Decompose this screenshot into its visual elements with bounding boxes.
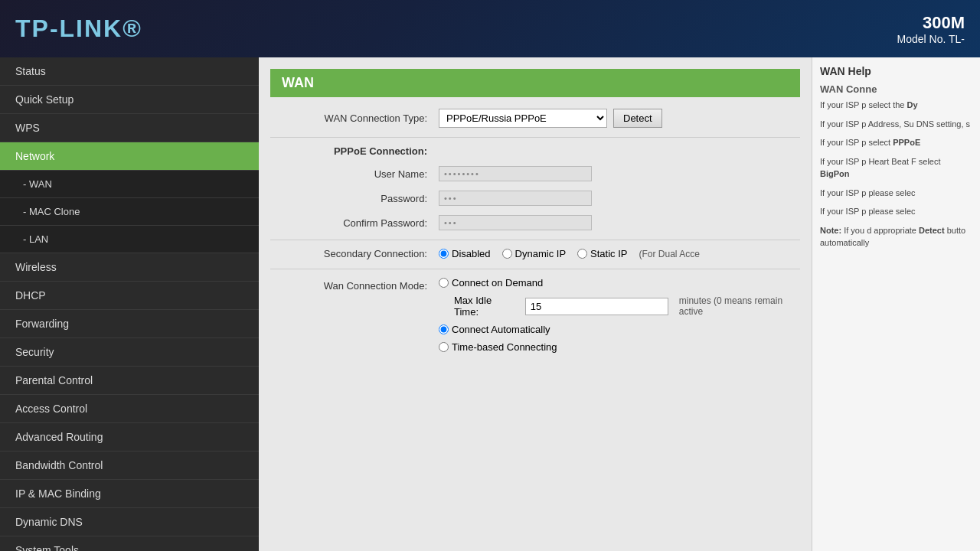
logo: TP-LINK® — [15, 15, 142, 43]
username-label: User Name: — [270, 168, 439, 180]
connect-automatically-label: Connect Automatically — [452, 324, 550, 335]
content-area: WAN WAN Connection Type: PPPoE/Russia PP… — [259, 57, 812, 551]
content-inner: WAN WAN Connection Type: PPPoE/Russia PP… — [259, 57, 812, 373]
secondary-static-radio[interactable] — [577, 249, 587, 259]
sidebar-item-quick-setup[interactable]: Quick Setup — [0, 86, 259, 114]
connect-on-demand-row: Connect on Demand — [439, 277, 800, 289]
confirm-password-row: Confirm Password: ••• — [270, 215, 800, 230]
header: TP-LINK® 300M Model No. TL- — [0, 0, 980, 57]
max-idle-time-input[interactable] — [525, 298, 668, 315]
time-based-label: Time-based Connecting — [452, 341, 557, 353]
sidebar: Status Quick Setup WPS Network - WAN - M… — [0, 57, 259, 551]
sidebar-item-network[interactable]: Network — [0, 142, 259, 171]
model-number: Model No. TL- — [897, 33, 965, 45]
help-panel: WAN Help WAN Conne If your ISP p select … — [812, 57, 980, 551]
sidebar-item-wan[interactable]: - WAN — [0, 171, 259, 198]
secondary-connection-label: Secondary Connection: — [270, 248, 439, 259]
help-subtitle: WAN Conne — [820, 83, 972, 95]
sidebar-item-mac-clone[interactable]: - MAC Clone — [0, 198, 259, 226]
separator-3 — [270, 269, 800, 269]
wan-connection-mode-row: Wan Connection Mode: Connect on Demand M… — [270, 277, 800, 353]
username-field-display: •••••••• — [439, 166, 592, 181]
connect-on-demand-label: Connect on Demand — [452, 277, 543, 289]
password-label: Password: — [270, 193, 439, 204]
secondary-dynamic-radio[interactable] — [502, 249, 512, 259]
sidebar-item-ip-mac-binding[interactable]: IP & MAC Binding — [0, 480, 259, 508]
help-text-2: If your ISP p select PPPoE — [820, 136, 972, 149]
secondary-dynamic-label: Dynamic IP — [515, 248, 566, 259]
sidebar-item-status[interactable]: Status — [0, 57, 259, 86]
sidebar-item-forwarding[interactable]: Forwarding — [0, 310, 259, 338]
connect-automatically-option[interactable]: Connect Automatically — [439, 324, 550, 335]
sidebar-item-system-tools[interactable]: System Tools — [0, 536, 259, 551]
wan-connection-type-label: WAN Connection Type: — [270, 112, 439, 124]
sidebar-item-wps[interactable]: WPS — [0, 114, 259, 142]
secondary-static-label: Static IP — [590, 248, 627, 259]
secondary-note: (For Dual Acce — [639, 249, 699, 259]
idle-note: minutes (0 means remain active — [679, 295, 800, 317]
wan-title: WAN — [270, 69, 800, 97]
detect-button[interactable]: Detect — [613, 109, 662, 128]
secondary-disabled-option[interactable]: Disabled — [439, 248, 491, 259]
logo-symbol: ® — [122, 15, 142, 42]
secondary-disabled-label: Disabled — [452, 248, 491, 259]
help-text-5: If your ISP p please selec — [820, 205, 972, 218]
secondary-dynamic-option[interactable]: Dynamic IP — [502, 248, 566, 259]
sidebar-item-wireless[interactable]: Wireless — [0, 253, 259, 282]
connect-on-demand-radio[interactable] — [439, 278, 449, 288]
password-row: Password: ••• — [270, 191, 800, 206]
max-idle-time-label: Max Idle Time: — [454, 295, 514, 318]
sidebar-item-parental-control[interactable]: Parental Control — [0, 367, 259, 395]
help-text-6: Note: If you d appropriate Detect butto … — [820, 224, 972, 249]
secondary-radio-group: Disabled Dynamic IP Static IP (For Dual … — [439, 248, 700, 259]
sidebar-item-dynamic-dns[interactable]: Dynamic DNS — [0, 508, 259, 536]
sidebar-item-advanced-routing[interactable]: Advanced Routing — [0, 423, 259, 452]
secondary-disabled-radio[interactable] — [439, 249, 449, 259]
separator-2 — [270, 240, 800, 240]
sidebar-item-security[interactable]: Security — [0, 338, 259, 367]
main-layout: Status Quick Setup WPS Network - WAN - M… — [0, 57, 980, 551]
logo-text: TP-LINK — [15, 15, 122, 42]
connect-on-demand-option[interactable]: Connect on Demand — [439, 277, 543, 289]
connect-automatically-radio[interactable] — [439, 324, 449, 334]
wan-connection-mode-label: Wan Connection Mode: — [270, 277, 439, 292]
username-control: •••••••• — [439, 166, 592, 181]
confirm-password-control: ••• — [439, 215, 592, 230]
time-based-option[interactable]: Time-based Connecting — [439, 341, 557, 353]
secondary-connection-row: Secondary Connection: Disabled Dynamic I… — [270, 248, 800, 259]
sidebar-item-access-control[interactable]: Access Control — [0, 395, 259, 423]
time-based-radio[interactable] — [439, 342, 449, 352]
wan-connection-type-control: PPPoE/Russia PPPoE Dynamic IP Static IP … — [439, 109, 662, 128]
help-title: WAN Help — [820, 65, 972, 77]
sidebar-item-lan[interactable]: - LAN — [0, 226, 259, 253]
connection-mode-section: Connect on Demand Max Idle Time: minutes… — [439, 277, 800, 353]
connect-automatically-row: Connect Automatically — [439, 324, 800, 335]
confirm-password-label: Confirm Password: — [270, 217, 439, 229]
model-info: 300M Model No. TL- — [897, 13, 965, 45]
max-idle-time-row: Max Idle Time: minutes (0 means remain a… — [454, 295, 800, 318]
sidebar-item-bandwidth-control[interactable]: Bandwidth Control — [0, 452, 259, 480]
help-text-3: If your ISP p Heart Beat F select BigPon — [820, 155, 972, 181]
secondary-static-option[interactable]: Static IP — [577, 248, 627, 259]
help-text-4: If your ISP p please selec — [820, 187, 972, 200]
time-based-row: Time-based Connecting — [439, 341, 800, 353]
wan-connection-type-row: WAN Connection Type: PPPoE/Russia PPPoE … — [270, 109, 800, 128]
password-field-display: ••• — [439, 191, 592, 206]
help-text-1: If your ISP p Address, Su DNS setting, s — [820, 118, 972, 131]
username-row: User Name: •••••••• — [270, 166, 800, 181]
secondary-connection-control: Disabled Dynamic IP Static IP (For Dual … — [439, 248, 700, 259]
sidebar-item-dhcp[interactable]: DHCP — [0, 282, 259, 310]
confirm-password-field-display: ••• — [439, 215, 592, 230]
pppoe-section-label: PPPoE Connection: — [270, 145, 439, 157]
model-speed: 300M — [897, 13, 965, 33]
separator-1 — [270, 137, 800, 138]
wan-connection-type-select[interactable]: PPPoE/Russia PPPoE Dynamic IP Static IP … — [439, 109, 607, 128]
pppoe-section-row: PPPoE Connection: — [270, 145, 800, 157]
password-control: ••• — [439, 191, 592, 206]
help-text-0: If your ISP p select the Dy — [820, 99, 972, 112]
